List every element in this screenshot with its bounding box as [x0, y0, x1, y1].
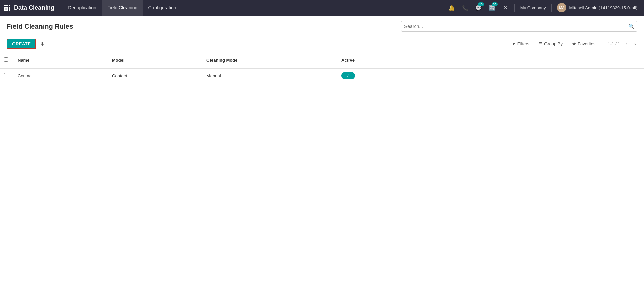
- create-button[interactable]: CREATE: [7, 39, 36, 49]
- nav-divider-2: [551, 4, 552, 12]
- select-all-checkbox[interactable]: [4, 57, 8, 62]
- row-checkbox-cell: [0, 68, 13, 83]
- chat-badge: 13: [478, 2, 484, 6]
- topnav-icons: 🔔 📞 💬 13 🔄 36 ✕ My Company MA Mitchell A…: [446, 2, 640, 14]
- row-checkbox[interactable]: [4, 73, 8, 77]
- header-more: ⋮: [626, 52, 644, 69]
- refresh-icon[interactable]: 🔄 36: [486, 2, 498, 14]
- table-row[interactable]: Contact Contact Manual ✓: [0, 68, 644, 83]
- groupby-icon: ☰: [539, 41, 543, 46]
- row-more-cell: [626, 68, 644, 83]
- user-menu[interactable]: MA Mitchell Admin (14119829-15-0-all): [554, 3, 640, 12]
- column-options-button[interactable]: ⋮: [630, 56, 640, 65]
- toggle-check-icon: ✓: [346, 73, 350, 78]
- star-icon: ★: [572, 41, 576, 46]
- notification-icon[interactable]: 🔔: [446, 2, 458, 14]
- group-by-button[interactable]: ☰ Group By: [536, 40, 565, 48]
- row-active-cell: ✓: [337, 68, 626, 83]
- app-title: Data Cleaning: [14, 4, 54, 11]
- download-icon[interactable]: ⬇: [39, 39, 46, 48]
- toolbar-left: CREATE ⬇: [7, 39, 46, 49]
- header-model: Model: [108, 52, 202, 69]
- toolbar-row: CREATE ⬇ ▼ Filters ☰ Group By ★ Favorite…: [7, 36, 637, 52]
- pagination-info: 1-1 / 1: [608, 41, 620, 46]
- row-cleaning-mode-cell: Manual: [202, 68, 337, 83]
- filter-icon: ▼: [512, 41, 516, 46]
- main-content: Field Cleaning Rules 🔍 CREATE ⬇ ▼ Filter…: [0, 16, 644, 303]
- page-header: Field Cleaning Rules 🔍 CREATE ⬇ ▼ Filter…: [0, 16, 644, 52]
- nav-deduplication[interactable]: Deduplication: [62, 0, 102, 16]
- data-table: Name Model Cleaning Mode Active ⋮ Contac…: [0, 52, 644, 83]
- close-icon[interactable]: ✕: [500, 2, 512, 14]
- active-toggle[interactable]: ✓: [341, 72, 355, 79]
- header-checkbox-col: [0, 52, 13, 69]
- phone-icon[interactable]: 📞: [459, 2, 471, 14]
- search-icon[interactable]: 🔍: [628, 24, 634, 29]
- filters-button[interactable]: ▼ Filters: [509, 40, 532, 48]
- company-selector[interactable]: My Company: [517, 5, 549, 10]
- header-name: Name: [13, 52, 108, 69]
- nav-field-cleaning[interactable]: Field Cleaning: [102, 0, 143, 16]
- pagination-prev-button[interactable]: ‹: [624, 40, 628, 48]
- app-grid-icon[interactable]: [4, 5, 10, 11]
- toolbar-right: ▼ Filters ☰ Group By ★ Favorites 1-1 / 1…: [509, 40, 637, 48]
- table-container: Name Model Cleaning Mode Active ⋮ Contac…: [0, 52, 644, 83]
- topnav-menu: Deduplication Field Cleaning Configurati…: [62, 0, 446, 16]
- table-header-row: Name Model Cleaning Mode Active ⋮: [0, 52, 644, 69]
- row-name-cell: Contact: [13, 68, 108, 83]
- search-input[interactable]: [404, 24, 628, 29]
- topnav: Data Cleaning Deduplication Field Cleani…: [0, 0, 644, 16]
- header-cleaning-mode: Cleaning Mode: [202, 52, 337, 69]
- refresh-badge: 36: [492, 2, 498, 6]
- favorites-button[interactable]: ★ Favorites: [569, 40, 598, 48]
- page-title-row: Field Cleaning Rules 🔍: [7, 21, 637, 32]
- nav-divider: [514, 4, 515, 12]
- header-active: Active: [337, 52, 626, 69]
- pagination-next-button[interactable]: ›: [633, 40, 637, 48]
- chat-icon[interactable]: 💬 13: [473, 2, 485, 14]
- page-title: Field Cleaning Rules: [7, 23, 73, 30]
- nav-configuration[interactable]: Configuration: [143, 0, 181, 16]
- row-model-cell: Contact: [108, 68, 202, 83]
- search-bar: 🔍: [401, 21, 637, 32]
- user-name: Mitchell Admin (14119829-15-0-all): [569, 5, 637, 10]
- user-avatar: MA: [557, 3, 566, 12]
